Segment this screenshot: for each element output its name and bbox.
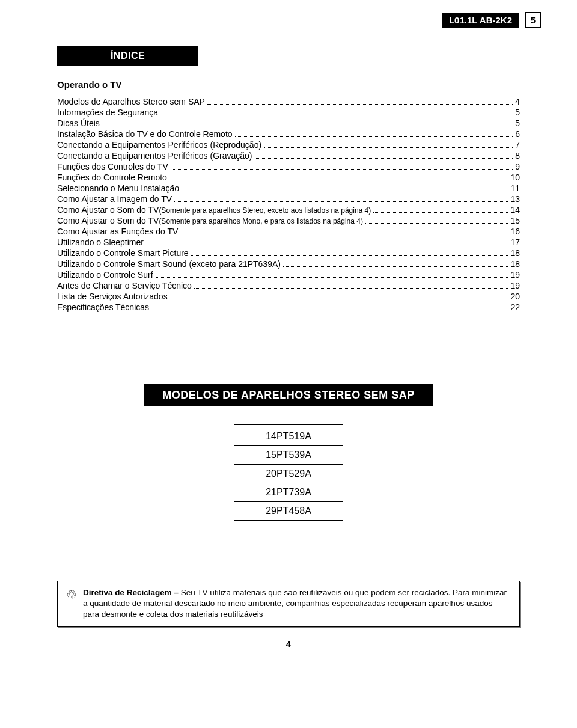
toc-sublabel: (Somente para aparelhos Mono, e para os … bbox=[159, 217, 363, 225]
toc-page: 5 bbox=[515, 108, 520, 117]
recycle-icon: ♲ bbox=[66, 587, 77, 620]
toc-page: 10 bbox=[510, 173, 520, 182]
recycle-title: Diretiva de Reciclagem – bbox=[83, 588, 181, 597]
toc-dots bbox=[235, 136, 513, 137]
toc-page: 9 bbox=[515, 162, 520, 171]
toc-sublabel: (Somente para aparelhos Stereo, exceto a… bbox=[159, 206, 371, 215]
toc-label: Conectando a Equipamentos Periféricos (G… bbox=[57, 151, 252, 161]
subheading-operando: Operando o TV bbox=[57, 79, 520, 90]
toc-label: Como Ajustar o Som do TV bbox=[57, 205, 159, 215]
toc-dots bbox=[365, 223, 508, 224]
recycle-box: ♲ Diretiva de Reciclagem – Seu TV utiliz… bbox=[57, 581, 520, 627]
toc-page: 14 bbox=[510, 205, 520, 215]
toc-label: Antes de Chamar o Serviço Técnico bbox=[57, 281, 192, 290]
toc-label: Selecionando o Menu Instalação bbox=[57, 183, 179, 193]
toc-page: 19 bbox=[510, 270, 520, 280]
toc-page: 5 bbox=[515, 118, 520, 128]
toc-label: Instalação Básica do TV e do Controle Re… bbox=[57, 129, 233, 139]
models-title: MODELOS DE APARELHOS STEREO SEM SAP bbox=[144, 384, 433, 406]
toc-row: Funções do Controle Remoto10 bbox=[57, 173, 520, 182]
toc-dots bbox=[174, 201, 508, 202]
toc-dots bbox=[169, 180, 508, 180]
toc-dots bbox=[151, 310, 508, 310]
header-row: L01.1L AB-2K2 5 bbox=[0, 0, 577, 28]
toc-page: 22 bbox=[510, 302, 520, 312]
toc-label: Especificações Técnicas bbox=[57, 302, 149, 312]
model-item: 29PT458A bbox=[234, 502, 343, 521]
toc-label: Como Ajustar a Imagem do TV bbox=[57, 194, 172, 204]
toc-row: Funções dos Controles do TV9 bbox=[57, 162, 520, 171]
page-content: ÍNDICE Operando o TV Modelos de Aparelho… bbox=[0, 28, 577, 673]
toc-row: Modelos de Aparelhos Stereo sem SAP4 bbox=[57, 97, 520, 106]
toc-dots bbox=[156, 277, 508, 278]
toc-label: Como Ajustar o Som do TV bbox=[57, 216, 159, 225]
toc-label: Lista de Serviços Autorizados bbox=[57, 292, 168, 301]
toc-dots bbox=[146, 245, 508, 245]
toc-row: Como Ajustar a Imagem do TV13 bbox=[57, 194, 520, 204]
toc-row: Informações de Segurança5 bbox=[57, 108, 520, 117]
toc-label: Funções dos Controles do TV bbox=[57, 162, 168, 171]
toc-page: 18 bbox=[510, 259, 520, 269]
toc-row: Utilizando o Controle Smart Sound (excet… bbox=[57, 259, 520, 269]
toc-page: 20 bbox=[510, 292, 520, 301]
toc-page: 7 bbox=[515, 140, 520, 150]
model-item: 20PT529A bbox=[234, 465, 343, 483]
toc-label: Informações de Segurança bbox=[57, 108, 158, 117]
toc-label: Funções do Controle Remoto bbox=[57, 173, 167, 182]
header-badge: L01.1L AB-2K2 bbox=[442, 13, 519, 28]
header-page-box: 5 bbox=[525, 12, 541, 28]
toc-row: Utilizando o Controle Surf19 bbox=[57, 270, 520, 280]
toc-dots bbox=[194, 288, 508, 289]
model-item: 21PT739A bbox=[234, 483, 343, 502]
toc-row: Como Ajustar o Som do TV (Somente para a… bbox=[57, 216, 520, 225]
toc-dots bbox=[283, 266, 508, 267]
toc-page: 13 bbox=[510, 194, 520, 204]
toc-label: Utilizando o Controle Surf bbox=[57, 270, 153, 280]
models-box: 14PT519A15PT539A20PT529A21PT739A29PT458A bbox=[234, 424, 343, 521]
toc-label: Utilizando o Sleeptimer bbox=[57, 237, 144, 247]
toc-page: 11 bbox=[510, 183, 520, 193]
toc-row: Instalação Básica do TV e do Controle Re… bbox=[57, 129, 520, 139]
toc-row: Utilizando o Sleeptimer17 bbox=[57, 237, 520, 247]
toc-page: 8 bbox=[515, 151, 520, 161]
toc-dots bbox=[373, 212, 508, 213]
toc-label: Como Ajustar as Funções do TV bbox=[57, 227, 178, 236]
toc-row: Utilizando o Controle Smart Picture18 bbox=[57, 248, 520, 258]
toc-row: Lista de Serviços Autorizados20 bbox=[57, 292, 520, 301]
toc-page: 19 bbox=[510, 281, 520, 290]
toc-dots bbox=[264, 147, 513, 148]
recycle-text: Diretiva de Reciclagem – Seu TV utiliza … bbox=[83, 587, 511, 620]
toc-page: 15 bbox=[510, 216, 520, 225]
toc-row: Como Ajustar o Som do TV (Somente para a… bbox=[57, 205, 520, 215]
toc-page: 4 bbox=[515, 97, 520, 106]
toc-list: Modelos de Aparelhos Stereo sem SAP4Info… bbox=[57, 97, 520, 312]
toc-page: 17 bbox=[510, 237, 520, 247]
toc-dots bbox=[182, 191, 508, 191]
toc-dots bbox=[171, 169, 513, 170]
toc-page: 18 bbox=[510, 248, 520, 258]
model-item: 14PT519A bbox=[234, 427, 343, 446]
toc-label: Modelos de Aparelhos Stereo sem SAP bbox=[57, 97, 205, 106]
toc-dots bbox=[191, 255, 508, 256]
toc-dots bbox=[102, 126, 513, 126]
toc-row: Conectando a Equipamentos Periféricos (R… bbox=[57, 140, 520, 150]
toc-row: Antes de Chamar o Serviço Técnico19 bbox=[57, 281, 520, 290]
toc-row: Selecionando o Menu Instalação11 bbox=[57, 183, 520, 193]
model-item: 15PT539A bbox=[234, 446, 343, 465]
toc-row: Conectando a Equipamentos Periféricos (G… bbox=[57, 151, 520, 161]
indice-title: ÍNDICE bbox=[57, 46, 198, 66]
toc-dots bbox=[160, 115, 513, 115]
toc-label: Dicas Úteis bbox=[57, 118, 100, 128]
toc-label: Utilizando o Controle Smart Picture bbox=[57, 248, 189, 258]
toc-dots bbox=[180, 234, 508, 234]
toc-dots bbox=[170, 299, 508, 299]
toc-row: Especificações Técnicas22 bbox=[57, 302, 520, 312]
toc-label: Utilizando o Controle Smart Sound (excet… bbox=[57, 259, 281, 269]
toc-dots bbox=[207, 104, 513, 105]
toc-page: 16 bbox=[510, 227, 520, 236]
toc-dots bbox=[255, 158, 513, 159]
toc-row: Dicas Úteis5 bbox=[57, 118, 520, 128]
toc-page: 6 bbox=[515, 129, 520, 139]
toc-label: Conectando a Equipamentos Periféricos (R… bbox=[57, 140, 261, 150]
footer-page-number: 4 bbox=[57, 639, 520, 649]
